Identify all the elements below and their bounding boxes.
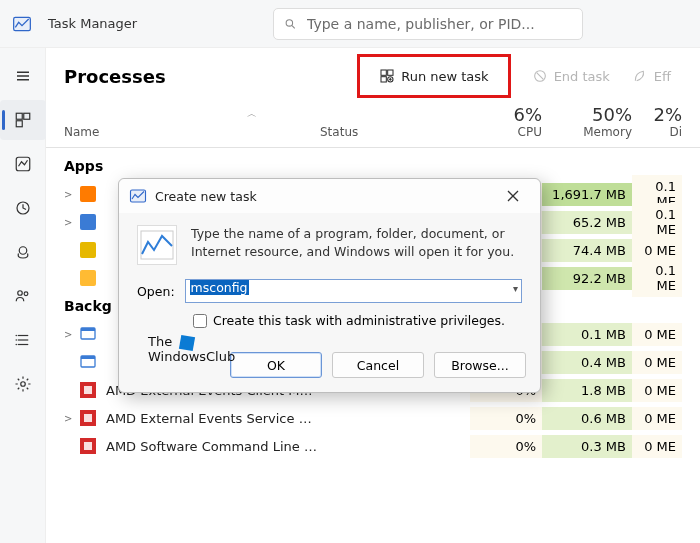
disk-cell: 0.1 ME [632, 259, 682, 297]
svg-rect-8 [16, 121, 22, 127]
table-row[interactable]: AMD Software Command Line Inte...0%0.3 M… [46, 432, 700, 460]
expand-chevron-icon[interactable]: > [64, 413, 78, 424]
browse-button[interactable]: Browse... [434, 352, 526, 378]
process-name: AMD External Events Service Modu... [106, 411, 320, 426]
ok-button[interactable]: OK [230, 352, 322, 378]
mem-cell: 0.3 MB [542, 435, 632, 458]
col-status[interactable]: Status [320, 125, 470, 139]
dialog-close-button[interactable] [494, 182, 532, 210]
mem-cell: 0.6 MB [542, 407, 632, 430]
page-title: Processes [64, 66, 166, 87]
svg-rect-32 [80, 270, 96, 286]
mem-cell: 92.2 MB [542, 267, 632, 290]
mem-cell: 65.2 MB [542, 211, 632, 234]
svg-point-19 [16, 344, 18, 346]
search-box[interactable] [273, 8, 583, 40]
cpu-cell: 0% [470, 407, 542, 430]
svg-rect-36 [81, 356, 95, 359]
nav-users[interactable] [0, 276, 46, 316]
svg-rect-31 [80, 242, 96, 258]
nav-performance[interactable] [0, 144, 46, 184]
nav-startup[interactable] [0, 232, 46, 272]
mem-cell: 1.8 MB [542, 379, 632, 402]
process-icon [78, 213, 98, 231]
efficiency-button[interactable]: Eff [621, 61, 682, 91]
nav-settings[interactable] [0, 364, 46, 404]
disk-cell: 0.1 ME [632, 203, 682, 241]
group-apps: Apps [46, 152, 700, 180]
nav-details[interactable] [0, 320, 46, 360]
watermark-logo-icon [179, 334, 195, 350]
process-icon [78, 185, 98, 203]
sort-chevron-icon: ︿ [247, 107, 257, 121]
svg-rect-21 [381, 70, 386, 75]
dialog-titlebar: Create new task [119, 179, 540, 213]
svg-point-13 [24, 292, 28, 296]
disk-cell: 0 ME [632, 407, 682, 430]
sidebar [0, 48, 46, 543]
disk-cell: 0 ME [632, 379, 682, 402]
process-name: AMD Software Command Line Inte... [106, 439, 320, 454]
admin-checkbox-label: Create this task with administrative pri… [213, 313, 505, 328]
col-mem[interactable]: 50%Memory [542, 104, 632, 139]
disk-cell: 0 ME [632, 351, 682, 374]
svg-point-20 [21, 382, 26, 387]
disk-cell: 0 ME [632, 435, 682, 458]
leaf-icon [632, 68, 648, 84]
search-input[interactable] [307, 16, 572, 32]
efficiency-label: Eff [654, 69, 671, 84]
svg-rect-34 [81, 328, 95, 331]
col-name[interactable]: ︿ Name [64, 107, 320, 139]
chevron-down-icon[interactable]: ▾ [513, 283, 518, 294]
dialog-run-icon [137, 225, 177, 265]
process-icon [78, 241, 98, 259]
svg-rect-30 [80, 214, 96, 230]
search-icon [284, 17, 297, 31]
nav-processes[interactable] [0, 100, 46, 140]
svg-rect-23 [381, 77, 386, 82]
run-new-task-highlight: Run new task [357, 54, 510, 98]
toolbar: Processes Run new task End task Eff [46, 48, 700, 104]
run-new-task-button[interactable]: Run new task [364, 59, 503, 93]
expand-chevron-icon[interactable]: > [64, 217, 78, 228]
svg-rect-6 [16, 113, 22, 119]
admin-checkbox[interactable] [193, 314, 207, 328]
svg-rect-29 [80, 186, 96, 202]
end-task-icon [532, 68, 548, 84]
open-input[interactable]: msconfig [185, 279, 522, 303]
svg-point-1 [286, 19, 292, 25]
expand-chevron-icon[interactable]: > [64, 329, 78, 340]
col-disk[interactable]: 2%Di [632, 104, 682, 139]
table-row[interactable]: >AMD External Events Service Modu...0%0.… [46, 404, 700, 432]
svg-rect-7 [24, 113, 30, 119]
svg-point-12 [18, 291, 23, 296]
svg-rect-40 [84, 414, 92, 422]
close-icon [507, 190, 519, 202]
cancel-button[interactable]: Cancel [332, 352, 424, 378]
process-icon [78, 353, 98, 371]
process-icon [78, 409, 98, 427]
svg-point-17 [16, 335, 18, 337]
titlebar: Task Manager [0, 0, 700, 48]
svg-rect-42 [84, 442, 92, 450]
app-title: Task Manager [48, 16, 137, 31]
end-task-label: End task [554, 69, 610, 84]
process-icon [78, 437, 98, 455]
task-manager-icon [12, 14, 32, 34]
open-combobox[interactable]: msconfig ▾ [185, 279, 522, 303]
mem-cell: 0.4 MB [542, 351, 632, 374]
expand-chevron-icon[interactable]: > [64, 189, 78, 200]
run-task-icon [379, 68, 395, 84]
process-icon [78, 381, 98, 399]
process-icon [78, 325, 98, 343]
end-task-button[interactable]: End task [521, 61, 621, 91]
nav-history[interactable] [0, 188, 46, 228]
mem-cell: 74.4 MB [542, 239, 632, 262]
svg-point-11 [19, 247, 27, 255]
hamburger-icon[interactable] [0, 56, 46, 96]
svg-line-28 [536, 73, 543, 80]
col-cpu[interactable]: 6%CPU [470, 104, 542, 139]
dialog-app-icon [129, 187, 147, 205]
mem-cell: 1,691.7 MB [542, 183, 632, 206]
process-icon [78, 269, 98, 287]
